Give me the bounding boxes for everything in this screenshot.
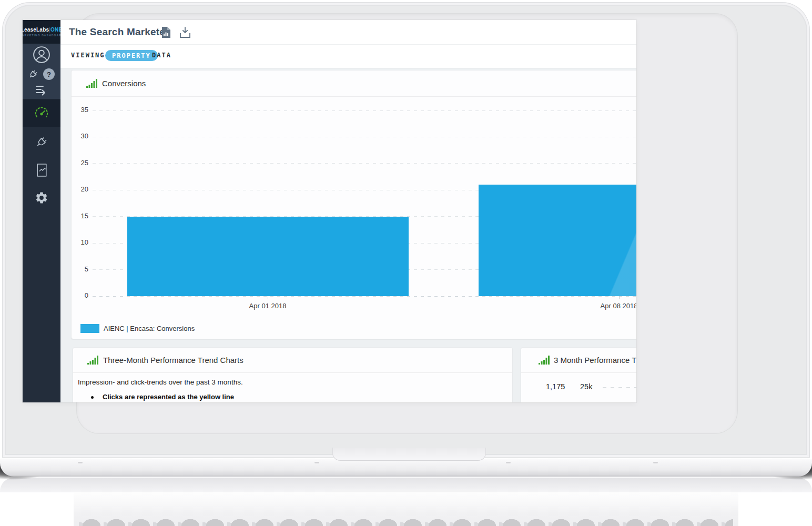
perf-value-1: 1,175 [546,382,565,391]
integrations-plug-icon [32,133,52,152]
sidebar-item-integrations[interactable] [34,135,49,149]
sidebar-item-plug[interactable] [27,68,39,80]
download-button[interactable] [179,27,191,38]
legend-swatch [80,324,99,333]
laptop-hinge-notch [332,448,486,461]
report-file-icon [161,27,170,38]
x-axis-tick-label: Apr 08 2018 [587,302,636,310]
perf-card-header: 3 Month Performance T [521,348,636,373]
sidebar-item-reports[interactable] [35,163,48,177]
bar-chart: 05101520253035Apr 01 2018Apr 08 2018 [72,70,636,339]
base-foot-mark [314,462,319,463]
perf-value-2: 25k [580,382,592,391]
report-file-button[interactable] [161,27,170,38]
y-axis-tick-label: 30 [72,132,88,140]
base-foot-mark [78,462,83,463]
logo-brand: LeaseLabs [23,27,49,33]
trend-description: Impression- and click-trends over the pa… [78,378,243,386]
plug-icon [26,67,40,82]
chart-bars-icon [539,356,550,365]
y-axis-tick-label: 0 [72,291,88,299]
app-logo[interactable]: LeaseLabs|ONE MARKETING DASHBOARD [23,20,60,44]
x-axis-tickmark [619,296,620,299]
laptop-base [0,459,812,477]
base-foot-mark [506,462,511,463]
page-title: The Search Marketer [69,26,169,38]
bar-apr-08-2018[interactable] [479,185,637,296]
sidebar-item-settings[interactable] [35,191,48,205]
base-foot-mark [653,462,658,463]
logo-tagline: MARKETING DASHBOARD [23,34,64,37]
settings-gear-icon [35,191,48,205]
gridline-y-0 [93,296,636,297]
y-axis-tick-label: 35 [72,106,88,114]
app-window: LeaseLabs|ONE MARKETING DASHBOARD ? [23,20,636,402]
performance-summary-card: 3 Month Performance T 1,175 25k [521,347,636,402]
activity-log-icon [34,84,49,96]
y-axis-tick-label: 20 [72,185,88,193]
conversions-chart-card: Conversions 05101520253035Apr 01 2018Apr… [71,70,636,339]
dashboard-gauge-icon [34,106,49,120]
reflection-fade [74,492,738,513]
view-tabbar: VIEWING PROPERTY DATA [60,45,636,68]
download-icon [179,27,191,38]
y-axis-tick-label: 5 [72,265,88,273]
trend-charts-card: Three-Month Performance Trend Charts Imp… [73,347,513,402]
app-header: The Search Marketer [60,20,636,45]
tab-property[interactable]: PROPERTY [105,50,158,61]
y-axis-tick-label: 10 [72,238,88,246]
trend-card-title: Three-Month Performance Trend Charts [103,356,243,365]
gridline-y-25 [93,163,636,164]
chart-legend: AIENC | Encasa: Conversions [80,324,195,333]
chart-bars-icon [87,356,99,365]
sidebar-item-dashboard[interactable] [34,106,49,120]
legend-label: AIENC | Encasa: Conversions [104,325,195,332]
user-avatar-icon [33,46,50,64]
sidebar-item-activity-log[interactable] [34,84,49,96]
help-icon[interactable]: ? [43,68,55,80]
y-axis-tick-label: 15 [72,212,88,220]
perf-card-title: 3 Month Performance T [554,356,636,365]
x-axis-tickmark [268,296,268,299]
main-area: The Search Marketer VIEWING [60,20,636,402]
laptop-mockup: LeaseLabs|ONE MARKETING DASHBOARD ? [0,0,812,526]
gridline-y-35 [93,110,636,111]
tab-viewing-label: VIEWING [71,52,105,59]
trend-bullet-item: Clicks are represented as the yellow lin… [91,393,234,401]
bullet-dot [91,396,94,399]
sidebar: LeaseLabs|ONE MARKETING DASHBOARD ? [23,20,60,402]
trend-card-header: Three-Month Performance Trend Charts [73,348,512,373]
sidebar-item-profile[interactable] [33,46,50,64]
y-axis-tick-label: 25 [72,159,88,167]
x-axis-tick-label: Apr 01 2018 [236,302,299,310]
report-document-icon [35,163,48,177]
tab-data[interactable]: DATA [152,52,171,59]
perf-sparkline-baseline [603,387,636,388]
dashboard-content: Conversions 05101520253035Apr 01 2018Apr… [60,68,636,402]
bar-apr-01-2018[interactable] [127,217,409,296]
gridline-y-30 [93,137,636,137]
